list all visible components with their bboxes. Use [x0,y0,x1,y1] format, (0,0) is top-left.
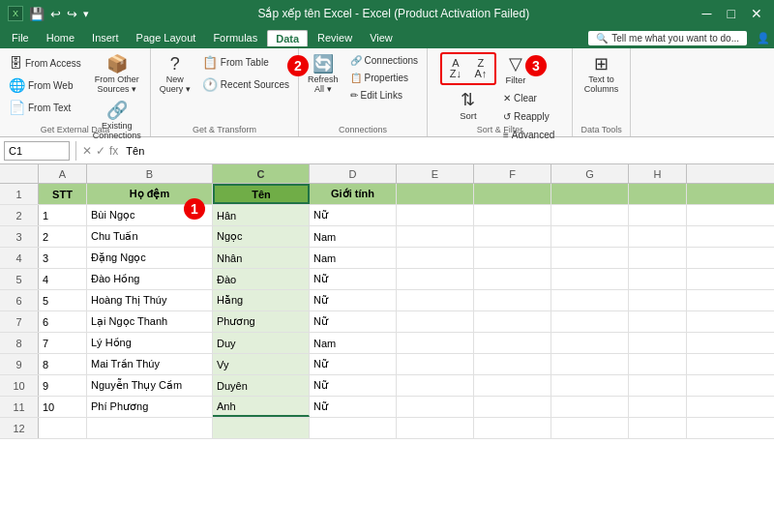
cell-F8[interactable] [474,333,551,353]
cell-B5[interactable]: Đào Hồng [87,269,213,289]
cell-E4[interactable] [397,248,474,268]
cell-B8[interactable]: Lý Hồng [87,333,213,353]
cell-D10[interactable]: Nữ [310,375,397,396]
from-table-button[interactable]: 📋 From Table [197,52,294,73]
cell-B4[interactable]: Đặng Ngọc [87,248,213,268]
help-search[interactable]: 🔍 Tell me what you want to do... [588,31,747,45]
cell-E9[interactable] [397,354,474,374]
col-header-H[interactable]: H [629,164,687,183]
col-header-F[interactable]: F [474,164,551,183]
cell-B1[interactable]: Họ đệm [87,184,213,204]
cell-F2[interactable] [474,205,551,225]
redo-icon[interactable]: ↪ [67,7,77,21]
cell-A1[interactable]: STT [39,184,87,204]
cell-H4[interactable] [629,248,687,268]
cell-C3[interactable]: Ngọc [213,226,310,247]
from-access-button[interactable]: 🗄 From Access [4,52,86,74]
clear-button[interactable]: ✕ Clear [498,90,542,106]
cell-D7[interactable]: Nữ [310,311,397,332]
cell-C8[interactable]: Duy [213,333,310,353]
cell-F11[interactable] [474,397,551,417]
sort-button[interactable]: ⇅ Sort [447,88,490,124]
menu-file[interactable]: File [4,30,37,45]
text-to-columns-button[interactable]: ⊞ Text toColumns [580,52,624,97]
cell-G9[interactable] [551,354,629,374]
from-web-button[interactable]: 🌐 From Web [4,74,86,96]
menu-formulas[interactable]: Formulas [205,30,265,45]
col-header-B[interactable]: B [87,164,213,183]
cell-G11[interactable] [551,397,629,417]
cell-F4[interactable] [474,248,551,268]
cell-H7[interactable] [629,311,687,332]
cell-D11[interactable]: Nữ [310,397,397,417]
cell-A12[interactable] [39,418,87,438]
from-text-button[interactable]: 📄 From Text [4,97,86,118]
cell-D5[interactable]: Nữ [310,269,397,289]
cell-B12[interactable] [87,418,213,438]
cell-G4[interactable] [551,248,629,268]
cell-E10[interactable] [397,375,474,396]
cell-H6[interactable] [629,290,687,310]
cell-E11[interactable] [397,397,474,417]
cell-A11[interactable]: 10 [39,397,87,417]
cell-E3[interactable] [397,226,474,247]
cell-H8[interactable] [629,333,687,353]
cell-A5[interactable]: 4 [39,269,87,289]
cell-E12[interactable] [397,418,474,438]
cell-C9[interactable]: Vy [213,354,310,374]
cell-D3[interactable]: Nam [310,226,397,247]
sort-za-button[interactable]: ZA↑ [469,56,492,81]
cell-F7[interactable] [474,311,551,332]
undo-icon[interactable]: ↩ [50,7,61,21]
cell-G10[interactable] [551,375,629,396]
cell-F12[interactable] [474,418,551,438]
cell-A4[interactable]: 3 [39,248,87,268]
cell-D12[interactable] [310,418,397,438]
cell-F10[interactable] [474,375,551,396]
cell-C4[interactable]: Nhân [213,248,310,268]
connections-btn[interactable]: 🔗 Connections [345,52,424,69]
cell-C6[interactable]: Hằng [213,290,310,310]
cell-B11[interactable]: Phí Phương [87,397,213,417]
cell-E6[interactable] [397,290,474,310]
cell-F6[interactable] [474,290,551,310]
cell-E7[interactable] [397,311,474,332]
cell-C5[interactable]: Đào [213,269,310,289]
sort-az-button[interactable]: AZ↓ [444,56,467,81]
cell-F5[interactable] [474,269,551,289]
menu-home[interactable]: Home [39,30,82,45]
cell-C7[interactable]: Phương [213,311,310,332]
cell-E1[interactable] [397,184,474,204]
cell-A2[interactable]: 1 [39,205,87,225]
reapply-button[interactable]: ↺ Reapply [498,108,554,125]
col-header-C[interactable]: C [213,164,310,183]
menu-insert[interactable]: Insert [84,30,127,45]
cell-A6[interactable]: 5 [39,290,87,310]
properties-button[interactable]: 📋 Properties [345,70,424,86]
cell-H10[interactable] [629,375,687,396]
cell-C2[interactable]: Hân [213,205,310,225]
cell-D1[interactable]: Giới tính [310,184,397,204]
cell-A10[interactable]: 9 [39,375,87,396]
cell-C11[interactable]: Anh [213,397,310,417]
cell-D2[interactable]: Nữ [310,205,397,225]
cell-H5[interactable] [629,269,687,289]
edit-links-button[interactable]: ✏ Edit Links [345,87,424,103]
cell-H2[interactable] [629,205,687,225]
refresh-all-button[interactable]: 🔄 RefreshAll ▾ [303,52,343,97]
col-header-D[interactable]: D [310,164,397,183]
cell-B9[interactable]: Mai Trần Thúy [87,354,213,374]
menu-data[interactable]: Data [267,30,308,46]
cell-D6[interactable]: Nữ [310,290,397,310]
from-other-sources-button[interactable]: 📦 From OtherSources ▾ [90,52,144,97]
cell-G6[interactable] [551,290,629,310]
menu-review[interactable]: Review [310,30,360,45]
cell-C1[interactable]: Tên [213,184,310,204]
cell-E8[interactable] [397,333,474,353]
cell-H12[interactable] [629,418,687,438]
cell-G8[interactable] [551,333,629,353]
cell-F9[interactable] [474,354,551,374]
share-icon[interactable]: 👤 [757,32,770,44]
new-query-button[interactable]: ? NewQuery ▾ [155,52,195,97]
cell-G5[interactable] [551,269,629,289]
